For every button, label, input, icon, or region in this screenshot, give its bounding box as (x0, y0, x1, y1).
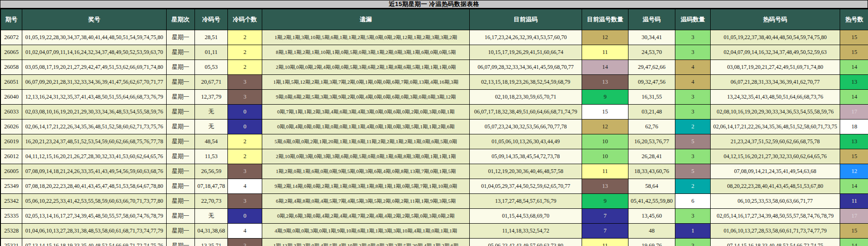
cell-cold_count: 3 (228, 75, 262, 90)
cell-hot_count: 12 (840, 164, 868, 179)
cell-winning: 02,06,14,17,21,22,26,34,35,36,48,51,52,5… (22, 120, 167, 134)
cell-warm_nums: 05,41,42,55,59,80 (628, 194, 675, 209)
cell-period: 26058 (1, 60, 22, 75)
cell-warm_current: 11,14,18,33,52,54,72 (470, 224, 582, 239)
cell-winning: 01,04,06,10,13,27,28,31,38,48,53,58,60,6… (22, 224, 167, 239)
cell-period: 25328 (1, 224, 22, 239)
cell-warm_count: 3 (675, 105, 711, 120)
lottery-cold-warm-hot-table-page: 近15期星期一 冷温热码数据表格 期号奖号星期次冷码号冷码个数遗漏目前温码目前温… (0, 0, 868, 246)
cell-warm_current: 13,17,27,48,54,57,61,76,79 (470, 194, 582, 209)
table-header: 期号奖号星期次冷码号冷码个数遗漏目前温码目前温号数量温号码温码数量热码号码热号数 (1, 9, 868, 30)
cell-hot_nums: 06,10,25,33,53,58,60,63,66,71,77 (711, 194, 840, 209)
cell-cold_count: 4 (228, 179, 262, 194)
col-header-warm_current_count: 目前温号数量 (582, 9, 628, 30)
cell-warm_count: 3 (675, 30, 711, 45)
cell-warm_count: 3 (675, 239, 711, 246)
col-header-warm_current: 目前温码 (470, 9, 582, 30)
cell-warm_current_count: 9 (582, 194, 628, 209)
col-header-period: 期号 (1, 9, 22, 30)
cell-warm_current: 01,15,44,53,68,69,70 (470, 209, 582, 224)
table-row: 2606501,02,04,07,09,11,14,16,24,32,34,37… (1, 45, 868, 60)
cell-hot_nums: 01,06,10,13,27,28,53,58,60,61,71,73,74,7… (711, 224, 840, 239)
cell-weekday: 星期一 (167, 179, 195, 194)
cell-hot_count: 14 (840, 179, 868, 194)
cell-warm_count: 3 (675, 209, 711, 224)
cell-period: 26019 (1, 134, 22, 149)
cell-hot_nums: 06,07,21,28,31,33,34,36,39,41,62,70,77 (711, 75, 840, 90)
cell-cold_count: 2 (228, 149, 262, 164)
table-body: 2607201,05,19,22,28,30,34,37,38,40,41,44… (1, 30, 868, 246)
cell-weekday: 星期一 (167, 90, 195, 105)
cell-cold_count: 2 (228, 134, 262, 149)
cell-winning: 02,05,13,14,16,17,27,34,39,45,48,50,55,5… (22, 209, 167, 224)
cell-warm_count: 3 (675, 149, 711, 164)
cell-warm_current_count: 12 (582, 30, 628, 45)
cell-cold_nums: 无 (195, 120, 228, 134)
col-header-warm_count: 温码数量 (675, 9, 711, 30)
cell-hot_count: 14 (840, 239, 868, 246)
cell-warm_nums: 03,21,48 (628, 105, 675, 120)
cell-cold_count: 3 (228, 164, 262, 179)
cell-winning: 07,08,09,14,18,21,24,26,33,35,41,43,49,5… (22, 164, 167, 179)
table-row: 2604012,13,16,24,31,32,35,37,41,43,48,50… (1, 90, 868, 105)
cell-warm_nums: 16,31,55 (628, 90, 675, 105)
cell-cold_nums: 12,37,79 (195, 90, 228, 105)
cell-hot_nums: 02,04,07,09,14,16,32,34,37,48,49,50,52,5… (711, 45, 840, 60)
cell-warm_nums: 09,32,47,56 (628, 75, 675, 90)
cell-hot_count: 15 (840, 149, 868, 164)
cell-warm_current_count: 11 (582, 239, 628, 246)
cell-hot_count: 17 (840, 209, 868, 224)
cell-warm_current: 02,13,15,18,19,23,26,38,52,54,59,68,79 (470, 75, 582, 90)
cell-weekday: 星期一 (167, 60, 195, 75)
cell-hot_count: 17 (840, 105, 868, 120)
cell-hot_count: 13 (840, 75, 868, 90)
cell-omission: 2期,10期,0期,0期,2期,4期,0期,0期,5期,3期,6期,2期,1期,… (262, 60, 470, 75)
cell-warm_current_count: 10 (582, 134, 628, 149)
cell-omission: 0期,2期,6期,3期,0期,4期,2期,4期,4期,7期,2期,4期,4期,2… (262, 209, 470, 224)
cell-warm_current_count: 13 (582, 75, 628, 90)
cell-hot_count: 14 (840, 90, 868, 105)
col-header-weekday: 星期次 (167, 9, 195, 30)
cell-hot_nums: 03,08,17,19,20,21,27,42,49,51,69,71,74,8… (711, 60, 840, 75)
table-row: 2602602,06,14,17,21,22,26,34,35,36,48,51… (1, 120, 868, 134)
cell-warm_current: 01,04,05,29,37,44,50,52,59,62,65,70,77 (470, 179, 582, 194)
cell-warm_count: 3 (675, 45, 711, 60)
table-row: 2600507,08,09,14,18,21,24,26,33,35,41,43… (1, 164, 868, 179)
cell-warm_nums: 13,45,60 (628, 209, 675, 224)
cell-cold_count: 3 (228, 194, 262, 209)
cell-period: 26072 (1, 30, 22, 45)
table-row: 2533502,05,13,14,16,17,27,34,39,45,48,50… (1, 209, 868, 224)
cell-cold_nums: 28,51 (195, 30, 228, 45)
cell-winning: 01,05,19,22,28,30,34,37,38,40,41,44,48,5… (22, 30, 167, 45)
cell-period: 26033 (1, 105, 22, 120)
cell-omission: 1期,1期,5期,12期,2期,1期,3期,7期,2期,0期,1期,0期,0期,… (262, 75, 470, 90)
cell-cold_count: 3 (228, 90, 262, 105)
cell-warm_current: 10,15,17,19,26,29,41,51,60,66,74 (470, 45, 582, 60)
cell-winning: 05,06,10,22,25,33,41,42,53,55,58,59,60,6… (22, 194, 167, 209)
cell-period: 26040 (1, 90, 22, 105)
col-header-winning: 奖号 (22, 9, 167, 30)
table-row: 2601204,11,12,15,16,20,21,26,27,28,30,32… (1, 149, 868, 164)
cell-period: 25335 (1, 209, 22, 224)
cell-cold_count: 2 (228, 60, 262, 75)
cell-omission: 5期,6期,0期,0期,2期,1期,20期,1期,1期,6期,11期,2期,2期… (262, 134, 470, 149)
table-row: 2603302,03,08,10,16,19,20,21,29,30,33,34… (1, 105, 868, 120)
cell-cold_count: 2 (228, 45, 262, 60)
table-row: 2532107,13,14,15,16,18,19,33,35,40,48,52… (1, 239, 868, 246)
cell-warm_current: 05,07,23,24,30,32,53,56,66,70,77,78 (470, 120, 582, 134)
cell-hot_nums: 02,08,10,16,19,20,29,30,33,34,36,53,54,5… (711, 105, 840, 120)
cell-period: 26005 (1, 164, 22, 179)
page-title: 近15期星期一 冷温热码数据表格 (0, 0, 868, 9)
cell-hot_count: 13 (840, 134, 868, 149)
cell-weekday: 星期一 (167, 30, 195, 45)
cell-weekday: 星期一 (167, 120, 195, 134)
cell-winning: 07,08,18,20,22,23,28,40,41,43,45,47,48,5… (22, 179, 167, 194)
col-header-omission: 遗漏 (262, 9, 470, 30)
cell-warm_current_count: 7 (582, 224, 628, 239)
cell-omission: 1期,13期,3期,2期,0期,4期,5期,4期,10期,2期,0期,0期,2期… (262, 239, 470, 246)
cell-cold_nums: 13,35,71 (195, 239, 228, 246)
cell-warm_count: 2 (675, 179, 711, 194)
cell-cold_count: 0 (228, 105, 262, 120)
cell-warm_current_count: 14 (582, 60, 628, 75)
cell-cold_nums: 01,11 (195, 45, 228, 60)
